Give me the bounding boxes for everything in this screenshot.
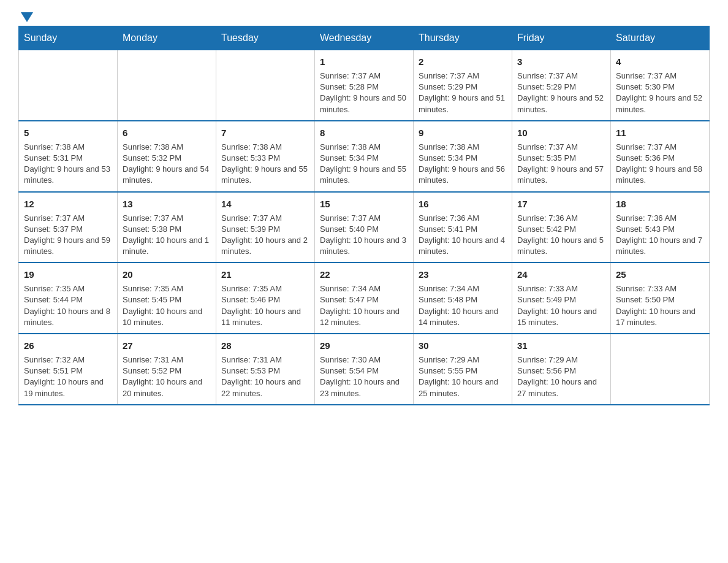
day-number: 8	[320, 126, 408, 139]
day-info: Sunrise: 7:37 AMSunset: 5:29 PMDaylight:…	[419, 71, 507, 115]
day-info: Sunrise: 7:38 AMSunset: 5:34 PMDaylight:…	[419, 142, 507, 186]
day-header-saturday: Saturday	[611, 26, 710, 50]
calendar-cell: 24Sunrise: 7:33 AMSunset: 5:49 PMDayligh…	[512, 262, 611, 334]
calendar-cell: 26Sunrise: 7:32 AMSunset: 5:51 PMDayligh…	[19, 334, 118, 405]
calendar-header-row: SundayMondayTuesdayWednesdayThursdayFrid…	[19, 26, 710, 50]
calendar-cell: 1Sunrise: 7:37 AMSunset: 5:28 PMDaylight…	[315, 50, 414, 121]
calendar-cell	[19, 50, 118, 121]
day-header-thursday: Thursday	[414, 26, 512, 50]
day-info: Sunrise: 7:37 AMSunset: 5:28 PMDaylight:…	[320, 71, 408, 115]
day-info: Sunrise: 7:37 AMSunset: 5:36 PMDaylight:…	[616, 142, 704, 186]
day-info: Sunrise: 7:37 AMSunset: 5:35 PMDaylight:…	[517, 142, 605, 186]
calendar-cell: 29Sunrise: 7:30 AMSunset: 5:54 PMDayligh…	[315, 334, 414, 405]
day-info: Sunrise: 7:29 AMSunset: 5:56 PMDaylight:…	[517, 354, 605, 399]
calendar-cell	[216, 50, 315, 121]
day-number: 2	[419, 55, 507, 68]
day-number: 19	[24, 268, 112, 281]
calendar-cell: 14Sunrise: 7:37 AMSunset: 5:39 PMDayligh…	[216, 192, 315, 263]
calendar-cell: 3Sunrise: 7:37 AMSunset: 5:29 PMDaylight…	[512, 50, 611, 121]
calendar-cell: 16Sunrise: 7:36 AMSunset: 5:41 PMDayligh…	[414, 192, 512, 263]
day-info: Sunrise: 7:33 AMSunset: 5:49 PMDaylight:…	[517, 283, 605, 328]
calendar-cell: 6Sunrise: 7:38 AMSunset: 5:32 PMDaylight…	[118, 121, 216, 192]
day-info: Sunrise: 7:37 AMSunset: 5:39 PMDaylight:…	[221, 213, 309, 258]
calendar-cell: 15Sunrise: 7:37 AMSunset: 5:40 PMDayligh…	[315, 192, 414, 263]
calendar-cell: 4Sunrise: 7:37 AMSunset: 5:30 PMDaylight…	[611, 50, 710, 121]
day-number: 5	[24, 126, 112, 139]
day-number: 7	[221, 126, 309, 139]
calendar-cell: 5Sunrise: 7:38 AMSunset: 5:31 PMDaylight…	[19, 121, 118, 192]
day-number: 10	[517, 126, 605, 139]
calendar-cell: 2Sunrise: 7:37 AMSunset: 5:29 PMDaylight…	[414, 50, 512, 121]
page-header	[18, 12, 710, 20]
day-info: Sunrise: 7:32 AMSunset: 5:51 PMDaylight:…	[24, 354, 112, 399]
day-info: Sunrise: 7:37 AMSunset: 5:40 PMDaylight:…	[320, 213, 408, 258]
day-info: Sunrise: 7:37 AMSunset: 5:37 PMDaylight:…	[24, 213, 112, 258]
calendar-cell	[118, 50, 216, 121]
day-number: 11	[616, 126, 704, 139]
day-info: Sunrise: 7:37 AMSunset: 5:38 PMDaylight:…	[123, 213, 211, 258]
day-info: Sunrise: 7:31 AMSunset: 5:52 PMDaylight:…	[123, 354, 211, 399]
calendar-cell: 23Sunrise: 7:34 AMSunset: 5:48 PMDayligh…	[414, 262, 512, 334]
day-number: 26	[24, 339, 112, 352]
day-number: 27	[123, 339, 211, 352]
day-info: Sunrise: 7:33 AMSunset: 5:50 PMDaylight:…	[616, 283, 704, 328]
day-number: 1	[320, 55, 408, 68]
calendar-cell: 10Sunrise: 7:37 AMSunset: 5:35 PMDayligh…	[512, 121, 611, 192]
day-header-monday: Monday	[118, 26, 216, 50]
day-number: 13	[123, 197, 211, 210]
day-number: 17	[517, 197, 605, 210]
calendar-cell: 22Sunrise: 7:34 AMSunset: 5:47 PMDayligh…	[315, 262, 414, 334]
day-number: 28	[221, 339, 309, 352]
day-info: Sunrise: 7:37 AMSunset: 5:29 PMDaylight:…	[517, 71, 605, 115]
calendar-cell: 12Sunrise: 7:37 AMSunset: 5:37 PMDayligh…	[19, 192, 118, 263]
day-info: Sunrise: 7:36 AMSunset: 5:42 PMDaylight:…	[517, 213, 605, 258]
calendar-week-row: 26Sunrise: 7:32 AMSunset: 5:51 PMDayligh…	[19, 334, 710, 405]
day-number: 22	[320, 268, 408, 281]
day-number: 21	[221, 268, 309, 281]
day-header-friday: Friday	[512, 26, 611, 50]
calendar-cell: 9Sunrise: 7:38 AMSunset: 5:34 PMDaylight…	[414, 121, 512, 192]
calendar-cell: 8Sunrise: 7:38 AMSunset: 5:34 PMDaylight…	[315, 121, 414, 192]
logo-icon	[18, 12, 33, 20]
day-number: 9	[419, 126, 507, 139]
day-number: 18	[616, 197, 704, 210]
calendar-cell: 25Sunrise: 7:33 AMSunset: 5:50 PMDayligh…	[611, 262, 710, 334]
day-info: Sunrise: 7:38 AMSunset: 5:34 PMDaylight:…	[320, 142, 408, 186]
day-info: Sunrise: 7:38 AMSunset: 5:31 PMDaylight:…	[24, 142, 112, 186]
day-number: 25	[616, 268, 704, 281]
calendar-cell: 7Sunrise: 7:38 AMSunset: 5:33 PMDaylight…	[216, 121, 315, 192]
calendar-cell: 21Sunrise: 7:35 AMSunset: 5:46 PMDayligh…	[216, 262, 315, 334]
day-number: 31	[517, 339, 605, 352]
day-info: Sunrise: 7:38 AMSunset: 5:32 PMDaylight:…	[123, 142, 211, 186]
day-info: Sunrise: 7:35 AMSunset: 5:46 PMDaylight:…	[221, 283, 309, 328]
day-number: 23	[419, 268, 507, 281]
day-info: Sunrise: 7:38 AMSunset: 5:33 PMDaylight:…	[221, 142, 309, 186]
day-info: Sunrise: 7:31 AMSunset: 5:53 PMDaylight:…	[221, 354, 309, 399]
day-number: 3	[517, 55, 605, 68]
day-info: Sunrise: 7:35 AMSunset: 5:45 PMDaylight:…	[123, 283, 211, 328]
calendar-cell: 13Sunrise: 7:37 AMSunset: 5:38 PMDayligh…	[118, 192, 216, 263]
day-header-wednesday: Wednesday	[315, 26, 414, 50]
calendar-week-row: 5Sunrise: 7:38 AMSunset: 5:31 PMDaylight…	[19, 121, 710, 192]
day-number: 20	[123, 268, 211, 281]
calendar-cell: 17Sunrise: 7:36 AMSunset: 5:42 PMDayligh…	[512, 192, 611, 263]
day-number: 14	[221, 197, 309, 210]
day-info: Sunrise: 7:29 AMSunset: 5:55 PMDaylight:…	[419, 354, 507, 399]
day-info: Sunrise: 7:35 AMSunset: 5:44 PMDaylight:…	[24, 283, 112, 328]
calendar-week-row: 1Sunrise: 7:37 AMSunset: 5:28 PMDaylight…	[19, 50, 710, 121]
day-info: Sunrise: 7:36 AMSunset: 5:41 PMDaylight:…	[419, 213, 507, 258]
day-number: 29	[320, 339, 408, 352]
day-number: 6	[123, 126, 211, 139]
day-number: 12	[24, 197, 112, 210]
calendar-cell	[611, 334, 710, 405]
calendar-week-row: 19Sunrise: 7:35 AMSunset: 5:44 PMDayligh…	[19, 262, 710, 334]
calendar-cell: 30Sunrise: 7:29 AMSunset: 5:55 PMDayligh…	[414, 334, 512, 405]
calendar-cell: 28Sunrise: 7:31 AMSunset: 5:53 PMDayligh…	[216, 334, 315, 405]
day-number: 30	[419, 339, 507, 352]
calendar-week-row: 12Sunrise: 7:37 AMSunset: 5:37 PMDayligh…	[19, 192, 710, 263]
day-header-sunday: Sunday	[19, 26, 118, 50]
calendar-cell: 27Sunrise: 7:31 AMSunset: 5:52 PMDayligh…	[118, 334, 216, 405]
day-info: Sunrise: 7:37 AMSunset: 5:30 PMDaylight:…	[616, 71, 704, 115]
calendar-cell: 18Sunrise: 7:36 AMSunset: 5:43 PMDayligh…	[611, 192, 710, 263]
day-info: Sunrise: 7:36 AMSunset: 5:43 PMDaylight:…	[616, 213, 704, 258]
